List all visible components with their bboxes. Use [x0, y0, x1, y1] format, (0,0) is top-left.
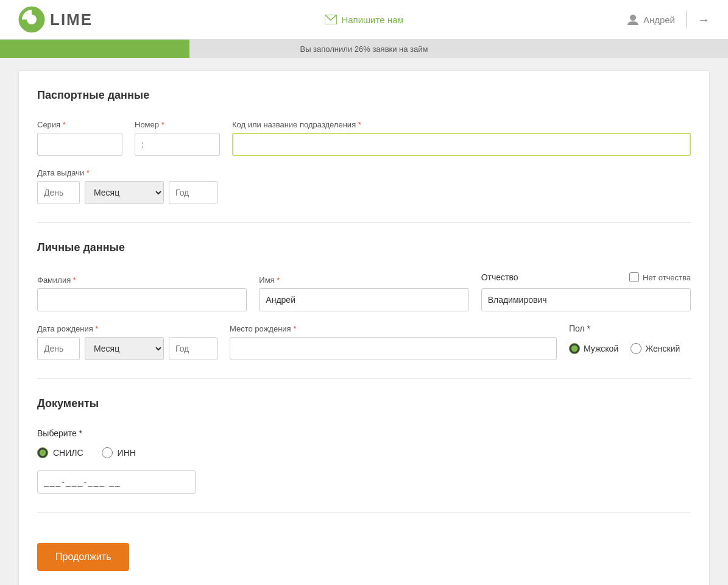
firstname-group: Имя *: [259, 275, 468, 311]
documents-section: Документы Выберите * СНИЛС ИНН: [37, 397, 691, 494]
birthdate-label: Дата рождения *: [37, 324, 217, 333]
birthdate-required: *: [95, 324, 98, 333]
gender-female-radio[interactable]: [631, 343, 641, 354]
no-patronymic-row: Отчество Нет отчества: [481, 272, 691, 282]
svg-point-1: [27, 15, 37, 24]
form-card: Паспортные данные Серия * Номер *: [18, 70, 710, 585]
personal-section: Личные данные Фамилия * Имя *: [37, 241, 691, 360]
gender-required: *: [587, 324, 590, 333]
birth-day-input[interactable]: [37, 337, 80, 360]
header-divider: [686, 10, 687, 29]
serial-label: Серия *: [37, 120, 122, 129]
logo-text: LIME: [50, 10, 93, 29]
select-doc-label: Выберите *: [37, 428, 82, 438]
progress-bar-container: Вы заполнили 26% заявки на займ: [0, 40, 728, 58]
section-divider-3: [37, 512, 691, 512]
no-patronymic-label[interactable]: Нет отчества: [643, 273, 691, 282]
passport-section-title: Паспортные данные: [37, 89, 691, 108]
gender-male-label: Мужской: [584, 344, 618, 353]
passport-section: Паспортные данные Серия * Номер *: [37, 89, 691, 204]
inn-radio[interactable]: [102, 447, 113, 458]
issue-date-inputs: Месяц Январь Февраль Март Апрель Май Июн…: [37, 181, 217, 204]
serial-group: Серия *: [37, 120, 122, 156]
gender-group: Пол * Мужской Женский: [569, 324, 691, 360]
envelope-icon: [324, 15, 336, 24]
lastname-label: Фамилия *: [37, 275, 247, 285]
section-divider-1: [37, 222, 691, 223]
number-group: Номер *: [135, 120, 220, 156]
inn-label: ИНН: [118, 448, 136, 458]
gender-options: Мужской Женский: [569, 337, 691, 360]
user-name: Андрей: [643, 15, 675, 25]
continue-button[interactable]: Продолжить: [37, 543, 129, 571]
number-label: Номер *: [135, 120, 220, 129]
select-doc-required: *: [79, 428, 82, 438]
issue-date-required: *: [87, 168, 90, 177]
passport-row-2: Дата выдачи * Месяц Январь Февраль Март …: [37, 168, 691, 204]
documents-section-title: Документы: [37, 397, 691, 416]
firstname-input[interactable]: [259, 288, 468, 311]
code-group: Код или название подразделения *: [232, 120, 691, 156]
snils-radio[interactable]: [37, 447, 48, 458]
logo: LIME: [18, 6, 93, 33]
issue-year-input[interactable]: [169, 181, 217, 204]
svg-point-3: [630, 15, 636, 21]
birthplace-label: Место рождения *: [230, 324, 557, 333]
header: LIME Напишите нам Андрей →: [0, 0, 728, 40]
personal-row-1: Фамилия * Имя * Отчество: [37, 272, 691, 311]
code-input[interactable]: [232, 133, 691, 156]
patronymic-input[interactable]: [481, 288, 691, 311]
contact-link[interactable]: Напишите нам: [324, 15, 403, 25]
snils-label: СНИЛС: [53, 448, 83, 458]
progress-text: Вы заполнили 26% заявки на займ: [0, 44, 728, 54]
gender-female-option[interactable]: Женский: [631, 343, 680, 354]
inn-option[interactable]: ИНН: [102, 447, 136, 458]
passport-row-1: Серия * Номер * Код или название подразд…: [37, 120, 691, 156]
patronymic-group: Отчество Нет отчества: [481, 272, 691, 311]
serial-input[interactable]: [37, 133, 122, 156]
birthplace-input[interactable]: [230, 337, 557, 360]
issue-day-input[interactable]: [37, 181, 80, 204]
code-required: *: [358, 120, 361, 129]
birthplace-group: Место рождения *: [230, 324, 557, 360]
select-doc-label-row: Выберите *: [37, 428, 691, 438]
birthdate-inputs: Месяц Январь Февраль Март Апрель Май Июн…: [37, 337, 217, 360]
serial-required: *: [63, 120, 66, 129]
main-content: Паспортные данные Серия * Номер *: [0, 58, 728, 585]
number-required: *: [161, 120, 164, 129]
user-icon: [626, 13, 640, 26]
birth-month-select[interactable]: Месяц Январь Февраль Март Апрель Май Июн…: [85, 337, 164, 360]
firstname-label: Имя *: [259, 275, 468, 285]
logo-icon: [18, 6, 45, 33]
birthplace-required: *: [293, 324, 296, 333]
section-divider-2: [37, 378, 691, 379]
no-patronymic-checkbox[interactable]: [629, 272, 639, 282]
doc-type-row: СНИЛС ИНН: [37, 447, 691, 458]
gender-male-option[interactable]: Мужской: [569, 343, 618, 354]
snils-input[interactable]: [37, 470, 196, 494]
issue-month-select[interactable]: Месяц Январь Февраль Март Апрель Май Июн…: [85, 181, 164, 204]
personal-section-title: Личные данные: [37, 241, 691, 260]
lastname-input[interactable]: [37, 288, 247, 311]
birth-year-input[interactable]: [169, 337, 217, 360]
number-input[interactable]: [135, 133, 220, 156]
header-right: Андрей →: [626, 10, 710, 29]
birthdate-group: Дата рождения * Месяц Январь Февраль Мар…: [37, 324, 217, 360]
snils-option[interactable]: СНИЛС: [37, 447, 83, 458]
personal-row-2: Дата рождения * Месяц Январь Февраль Мар…: [37, 324, 691, 360]
gender-female-label: Женский: [645, 344, 680, 353]
patronymic-label: Отчество: [481, 272, 518, 282]
issue-date-label: Дата выдачи *: [37, 168, 217, 177]
code-label: Код или название подразделения *: [232, 120, 691, 129]
exit-button[interactable]: →: [698, 13, 710, 27]
firstname-required: *: [277, 275, 280, 285]
gender-label: Пол *: [569, 324, 691, 333]
contact-label: Напишите нам: [341, 15, 403, 25]
user-info: Андрей: [626, 13, 675, 26]
lastname-group: Фамилия *: [37, 275, 247, 311]
gender-male-radio[interactable]: [569, 343, 580, 354]
lastname-required: *: [73, 275, 76, 285]
issue-date-group: Дата выдачи * Месяц Январь Февраль Март …: [37, 168, 217, 204]
